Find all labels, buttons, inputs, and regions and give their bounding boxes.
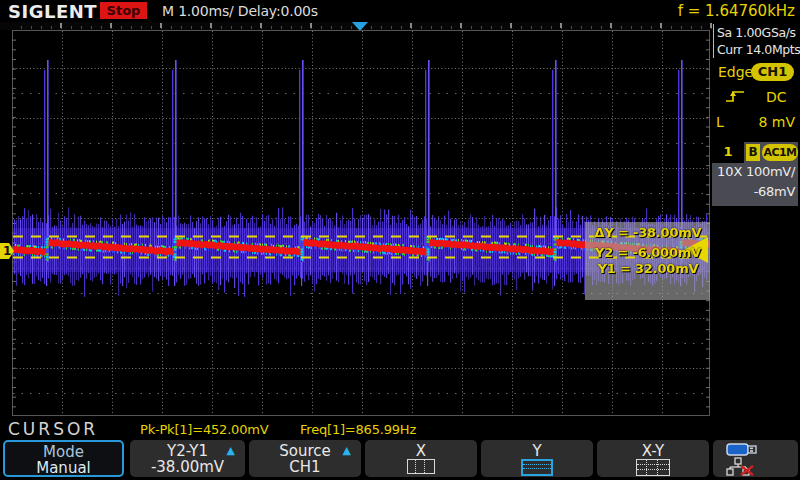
probe-attenuation: 10X — [717, 164, 742, 179]
channel-number: 1 — [712, 142, 744, 163]
trigger-mode-label: Edge — [718, 64, 753, 80]
softkey-y2y1[interactable]: Y2-Y1 ▲ -38.00mV — [130, 440, 245, 477]
io-icons — [725, 442, 785, 476]
usb-icon — [727, 444, 756, 455]
cursor-delta-y-readout: ΔY = -38.00mV — [585, 225, 711, 240]
oscilloscope-screen: { "header": { "logo": "SIGLENT", "run_st… — [0, 0, 800, 480]
measurement-pkpk: Pk-Pk[1]=452.00mV — [140, 422, 268, 437]
chevron-up-icon: ▲ — [343, 444, 351, 457]
softkey-y-label: Y — [481, 442, 593, 460]
trigger-level-value: 8 mV — [750, 114, 795, 130]
cursor-y1-readout: Y1 = 32.00mV — [585, 261, 711, 276]
x-cursor-icon — [407, 459, 435, 474]
brand-logo: SIGLENT — [8, 1, 97, 22]
softkey-y-cursor[interactable]: Y — [481, 440, 593, 477]
channel-coupling-badge: AC1M — [762, 144, 798, 161]
chevron-up-icon: ▲ — [227, 444, 235, 457]
bandwidth-limit-badge: B — [746, 144, 760, 161]
sample-rate: Sa 1.00GSa/s — [717, 24, 800, 41]
run-state-badge[interactable]: Stop — [100, 2, 147, 19]
trigger-level-label: L — [716, 114, 724, 130]
timebase-readout: M 1.00ms/ Delay:0.00s — [162, 3, 318, 19]
channel-offset: -68mV — [754, 184, 795, 199]
active-menu-title: CURSOR — [8, 419, 98, 439]
channel-info-panel[interactable]: 1 B AC1M 10X 100mV/ -68mV — [712, 142, 798, 206]
trigger-source-badge[interactable]: CH1 — [751, 63, 794, 81]
memory-depth: Curr 14.0Mpts — [717, 41, 800, 58]
io-status-panel — [713, 440, 798, 477]
y-cursor-icon — [521, 459, 553, 476]
xy-cursor-icon — [636, 459, 670, 476]
softkey-source-value: CH1 — [249, 458, 361, 476]
cursor-y2-readout: Y2 = -6.000mV — [585, 245, 711, 260]
acquisition-info: Sa 1.00GSa/s Curr 14.0Mpts — [713, 24, 800, 58]
waveform-display — [12, 30, 710, 416]
softkey-y2y1-value: -38.00mV — [130, 458, 245, 476]
softkey-mode-value: Manual — [5, 459, 122, 477]
softkey-mode[interactable]: Mode Manual — [3, 440, 124, 477]
volts-per-div: 100mV/ — [746, 164, 795, 179]
trigger-coupling: DC — [766, 89, 787, 105]
softkey-xy-cursor[interactable]: X-Y — [597, 440, 709, 477]
frequency-counter: f = 1.64760kHz — [630, 2, 795, 20]
softkey-x-label: X — [365, 442, 477, 460]
softkey-xy-label: X-Y — [597, 442, 709, 460]
rising-edge-icon — [725, 88, 745, 108]
lan-disconnected-icon — [727, 458, 753, 475]
softkey-x-cursor[interactable]: X — [365, 440, 477, 477]
measurement-freq: Freq[1]=865.99Hz — [300, 422, 416, 437]
softkey-source[interactable]: Source ▲ CH1 — [249, 440, 361, 477]
